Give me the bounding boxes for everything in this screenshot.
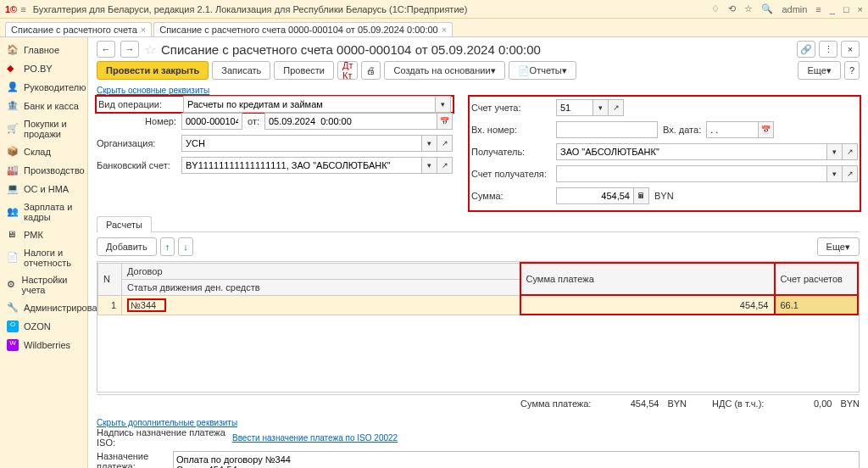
hide-extra-link[interactable]: Скрыть дополнительные реквизиты <box>97 418 237 427</box>
help-button[interactable]: ? <box>844 61 860 80</box>
op-type-input[interactable] <box>183 96 436 113</box>
sidebar-item-manager[interactable]: 👤Руководителю <box>0 78 87 97</box>
sidebar-item-sales[interactable]: 🛒Покупки и продажи <box>0 115 87 142</box>
payee-label: Получатель: <box>471 147 556 157</box>
reports-button[interactable]: 📄 Отчеты ▾ <box>509 61 576 80</box>
doc-icon: 📄 <box>7 252 19 264</box>
cell-n[interactable]: 1 <box>98 295 122 315</box>
sidebar-item-production[interactable]: 🏭Производство <box>0 161 87 180</box>
dropdown-icon[interactable]: ▾ <box>436 96 451 113</box>
sidebar-item-admin[interactable]: 🔧Администрирование <box>0 298 87 317</box>
post-close-button[interactable]: Провести и закрыть <box>97 61 209 80</box>
calc-icon[interactable]: 🖩 <box>634 187 649 204</box>
search-icon[interactable]: 🔍 <box>761 3 773 14</box>
favorite-icon[interactable]: ☆ <box>744 3 753 14</box>
sidebar-item-bank[interactable]: 🏦Банк и касса <box>0 97 87 115</box>
sidebar-item-salary[interactable]: 👥Зарплата и кадры <box>0 198 87 226</box>
print-button[interactable]: 🖨 <box>361 61 381 80</box>
col-account: Счет расчетов <box>775 263 859 295</box>
sidebar-item-tax[interactable]: 📄Налоги и отчетность <box>0 244 87 271</box>
dropdown-icon[interactable]: ▾ <box>593 99 609 116</box>
link-icon[interactable]: 🔗 <box>797 41 815 58</box>
open-icon[interactable]: ↗ <box>437 135 453 152</box>
org-input[interactable] <box>181 135 422 152</box>
more-icon[interactable]: ⋮ <box>819 41 837 58</box>
minimize-icon[interactable]: _ <box>830 4 835 14</box>
payee-account-input[interactable] <box>556 165 827 182</box>
sidebar-item-settings[interactable]: ⚙Настройки учета <box>0 271 87 298</box>
home-icon: 🏠 <box>7 44 19 56</box>
save-button[interactable]: Записать <box>212 61 270 80</box>
sidebar-item-wb[interactable]: WWildberries <box>0 336 87 354</box>
user-label[interactable]: admin <box>782 4 807 14</box>
dropdown-icon[interactable]: ▾ <box>422 157 437 174</box>
payments-table[interactable]: N Договор Сумма платежа Счет расчетов Ст… <box>97 262 859 315</box>
cart-icon: 🛒 <box>7 123 19 135</box>
from-label: от: <box>242 116 264 126</box>
calendar-icon[interactable]: 📅 <box>437 113 453 130</box>
back-button[interactable]: ← <box>97 41 115 58</box>
dropdown-icon[interactable]: ▾ <box>827 165 843 182</box>
add-row-button[interactable]: Добавить <box>97 237 157 256</box>
close-icon[interactable]: × <box>858 4 863 14</box>
sidebar-item-poby[interactable]: ◆PO.BY <box>0 59 87 78</box>
move-down-button[interactable]: ↓ <box>178 237 193 256</box>
close-icon[interactable]: × <box>141 25 146 35</box>
menu-icon[interactable]: ≡ <box>815 4 821 14</box>
dropdown-icon[interactable]: ▾ <box>827 143 843 160</box>
payee-account-label: Счет получателя: <box>471 169 556 179</box>
tab-1[interactable]: Списание с расчетного счета× <box>5 22 152 36</box>
open-icon[interactable]: ↗ <box>437 157 453 174</box>
create-on-button[interactable]: Создать на основании ▾ <box>384 61 504 80</box>
cell-account[interactable]: 66.1 <box>775 295 859 315</box>
movements-button[interactable]: ДтКт <box>337 61 359 80</box>
sum-input[interactable] <box>556 187 634 204</box>
open-icon[interactable]: ↗ <box>843 143 858 160</box>
close-icon[interactable]: × <box>442 25 447 35</box>
number-input[interactable] <box>181 113 242 130</box>
bank-account-label: Банковский счет: <box>97 160 181 170</box>
iso-link[interactable]: Ввести назначение платежа по ISO 20022 <box>232 433 398 443</box>
forward-button[interactable]: → <box>120 41 139 58</box>
hamburger-icon[interactable]: ≡ <box>20 4 25 14</box>
open-icon[interactable]: ↗ <box>843 165 858 182</box>
app-title: Бухгалтерия для Беларуси, редакция 2.1. … <box>33 4 712 14</box>
close-form-icon[interactable]: × <box>841 41 860 58</box>
computer-icon: 💻 <box>7 183 19 195</box>
tab-2[interactable]: Списание с расчетного счета 0000-000104 … <box>153 22 453 36</box>
sidebar-item-warehouse[interactable]: 📦Склад <box>0 142 87 161</box>
dropdown-icon[interactable]: ▾ <box>422 135 437 152</box>
date-input[interactable] <box>264 113 437 130</box>
account-label: Счет учета: <box>471 103 556 113</box>
incoming-num-input[interactable] <box>556 121 658 138</box>
post-button[interactable]: Провести <box>274 61 334 80</box>
op-type-label: Вид операции: <box>98 99 183 109</box>
tab-payments[interactable]: Расчеты <box>97 216 152 232</box>
app-logo: 1© <box>5 4 17 14</box>
table-more-button[interactable]: Еще ▾ <box>817 237 860 256</box>
sidebar-item-main[interactable]: 🏠Главное <box>0 41 87 59</box>
hide-main-link[interactable]: Скрыть основные реквизиты <box>97 86 209 95</box>
history-icon[interactable]: ⟲ <box>728 3 736 14</box>
star-icon[interactable]: ☆ <box>144 42 156 58</box>
person-icon: 👤 <box>7 81 19 93</box>
bank-account-input[interactable] <box>181 157 422 174</box>
sidebar-item-os[interactable]: 💻ОС и НМА <box>0 180 87 198</box>
purpose-textarea[interactable] <box>173 451 860 468</box>
incoming-date-input[interactable] <box>706 121 759 138</box>
maximize-icon[interactable]: □ <box>843 4 849 14</box>
vat-currency: BYN <box>840 398 860 409</box>
move-up-button[interactable]: ↑ <box>160 237 175 256</box>
box-icon: 📦 <box>7 146 19 158</box>
cell-amount[interactable]: 454,54 <box>520 295 775 315</box>
account-input[interactable] <box>556 99 593 116</box>
more-button[interactable]: Еще ▾ <box>798 61 840 80</box>
bell-icon[interactable]: ♢ <box>711 3 720 14</box>
sum-label: Сумма платежа: <box>520 398 591 409</box>
sidebar-item-ozon[interactable]: OOZON <box>0 317 87 336</box>
payee-input[interactable] <box>556 143 827 160</box>
calendar-icon[interactable]: 📅 <box>759 121 774 138</box>
cell-contract[interactable]: №344 <box>122 295 520 315</box>
sidebar-item-rmk[interactable]: 🖥РМК <box>0 226 87 244</box>
open-icon[interactable]: ↗ <box>609 99 624 116</box>
